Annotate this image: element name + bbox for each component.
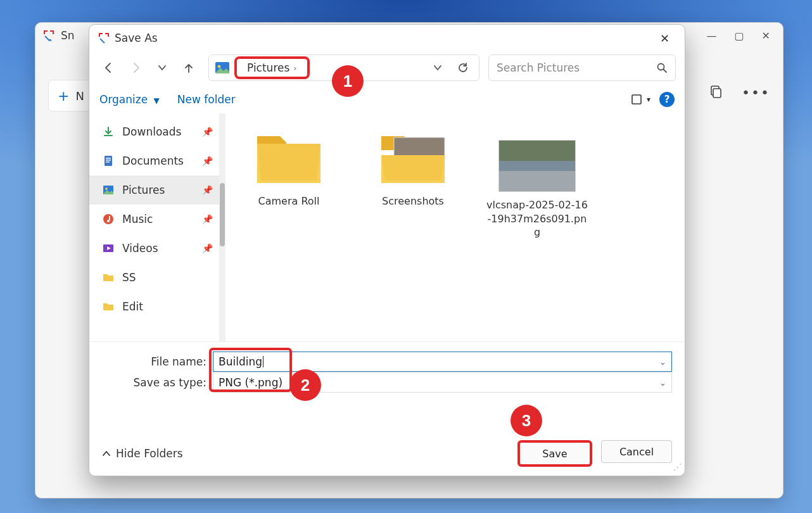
resize-gripper[interactable]: ⋰ — [673, 462, 681, 472]
dialog-app-icon — [98, 32, 110, 44]
nav-recent-button[interactable] — [151, 57, 173, 79]
sidebar-item-videos[interactable]: Videos 📌 — [89, 234, 219, 263]
sidebar-item-edit[interactable]: Edit — [89, 292, 219, 321]
hide-folders-button[interactable]: Hide Folders — [102, 447, 183, 460]
file-item-vlcsnap[interactable]: vlcsnap-2025-02-16-19h37m26s091.png — [486, 125, 588, 239]
saveastype-label: Save as type: — [102, 376, 213, 389]
organize-menu[interactable]: Organize ▼ — [99, 93, 160, 106]
search-icon — [656, 62, 668, 73]
breadcrumb-pictures[interactable]: Pictures › — [242, 60, 302, 75]
svg-rect-10 — [108, 33, 109, 37]
chevron-up-icon — [102, 449, 111, 458]
svg-point-22 — [107, 220, 110, 222]
filename-label: File name: — [102, 355, 213, 368]
svg-point-21 — [103, 214, 113, 224]
plus-icon: + — [58, 88, 69, 104]
sidebar-scrollbar[interactable] — [219, 113, 225, 341]
search-input[interactable]: Search Pictures — [488, 54, 676, 81]
sidebar-item-downloads[interactable]: Downloads 📌 — [89, 117, 219, 146]
pin-icon: 📌 — [202, 127, 213, 137]
documents-icon — [102, 155, 115, 167]
text-cursor — [263, 356, 263, 367]
pin-icon: 📌 — [202, 214, 213, 224]
file-list: Camera Roll Screenshots vlcsnap-2025-02-… — [225, 113, 685, 341]
more-icon[interactable]: ••• — [742, 85, 770, 101]
sidebar-item-label: Music — [122, 213, 153, 225]
save-button[interactable]: Save — [517, 440, 592, 467]
music-icon — [102, 213, 115, 225]
folder-icon — [251, 125, 327, 188]
filename-input[interactable]: Building ⌄ — [213, 352, 672, 372]
pictures-location-icon — [214, 60, 231, 76]
hide-folders-label: Hide Folders — [116, 447, 183, 460]
cancel-button[interactable]: Cancel — [601, 440, 672, 463]
sidebar-item-label: Downloads — [122, 125, 181, 138]
breadcrumb-label: Pictures — [247, 61, 289, 74]
svg-rect-8 — [99, 33, 100, 37]
folder-icon — [102, 300, 115, 313]
svg-rect-6 — [713, 89, 721, 98]
svg-rect-14 — [632, 95, 641, 104]
address-history-button[interactable] — [427, 57, 448, 79]
pin-icon: 📌 — [202, 243, 213, 253]
dialog-title: Save As — [115, 32, 158, 44]
folder-icon — [102, 271, 115, 284]
copy-icon[interactable] — [709, 85, 723, 101]
new-folder-button[interactable]: New folder — [177, 93, 236, 106]
sidebar: Downloads 📌 Documents 📌 Pictures 📌 Music… — [89, 113, 219, 341]
file-item-screenshots[interactable]: Screenshots — [362, 125, 464, 208]
maximize-button[interactable]: ▢ — [734, 30, 744, 42]
scrollbar-thumb[interactable] — [220, 183, 225, 246]
sidebar-item-documents[interactable]: Documents 📌 — [89, 146, 219, 175]
image-thumbnail — [498, 140, 576, 192]
nav-forward-button[interactable] — [125, 57, 146, 79]
new-snip-button[interactable]: + N — [48, 80, 94, 111]
saveastype-select[interactable]: PNG (*.png) ⌄ — [213, 372, 672, 393]
callout-2: 2 — [289, 369, 321, 401]
svg-rect-15 — [105, 156, 112, 166]
svg-rect-1 — [44, 30, 45, 34]
search-placeholder: Search Pictures — [497, 61, 580, 74]
organize-label: Organize — [99, 93, 148, 106]
file-item-label: vlcsnap-2025-02-16-19h37m26s091.png — [486, 198, 588, 239]
minimize-button[interactable]: — — [706, 30, 716, 42]
pictures-icon — [102, 184, 115, 196]
sidebar-item-label: Videos — [122, 242, 158, 255]
view-mode-button[interactable]: ▾ — [630, 93, 650, 106]
sidebar-item-label: Edit — [122, 300, 143, 313]
close-window-button[interactable]: ✕ — [762, 30, 770, 42]
pin-icon: 📌 — [202, 185, 213, 195]
sidebar-item-label: SS — [122, 271, 136, 284]
sidebar-item-label: Pictures — [122, 184, 165, 196]
sidebar-item-pictures[interactable]: Pictures 📌 — [89, 175, 219, 205]
svg-point-20 — [105, 187, 108, 190]
svg-rect-16 — [106, 158, 111, 159]
callout-1-highlight: Pictures › — [234, 56, 310, 79]
chevron-down-icon[interactable]: ⌄ — [659, 357, 666, 367]
help-button[interactable]: ? — [659, 92, 675, 107]
close-dialog-button[interactable]: ✕ — [654, 28, 676, 49]
nav-back-button[interactable] — [98, 57, 120, 79]
saveastype-value: PNG (*.png) — [219, 376, 282, 389]
chevron-right-icon: › — [293, 63, 296, 73]
chevron-down-icon: ▾ — [647, 95, 650, 104]
svg-rect-17 — [106, 160, 111, 161]
chevron-down-icon: ⌄ — [659, 378, 666, 388]
svg-rect-3 — [53, 30, 54, 34]
file-item-label: Camera Roll — [238, 194, 339, 208]
refresh-button[interactable] — [452, 57, 474, 79]
nav-up-button[interactable] — [178, 57, 200, 79]
svg-rect-18 — [106, 162, 110, 163]
file-item-camera-roll[interactable]: Camera Roll — [238, 125, 339, 208]
callout-1: 1 — [332, 65, 364, 97]
svg-point-12 — [218, 65, 221, 68]
filename-value: Building — [219, 355, 262, 368]
view-icon — [630, 93, 643, 106]
sidebar-item-ss[interactable]: SS — [89, 263, 219, 292]
file-item-label: Screenshots — [362, 194, 464, 208]
chevron-down-icon: ▼ — [154, 96, 160, 105]
snipping-tool-icon — [43, 30, 54, 41]
sidebar-item-label: Documents — [122, 155, 184, 167]
sidebar-item-music[interactable]: Music 📌 — [89, 205, 219, 234]
svg-point-4 — [49, 40, 51, 42]
